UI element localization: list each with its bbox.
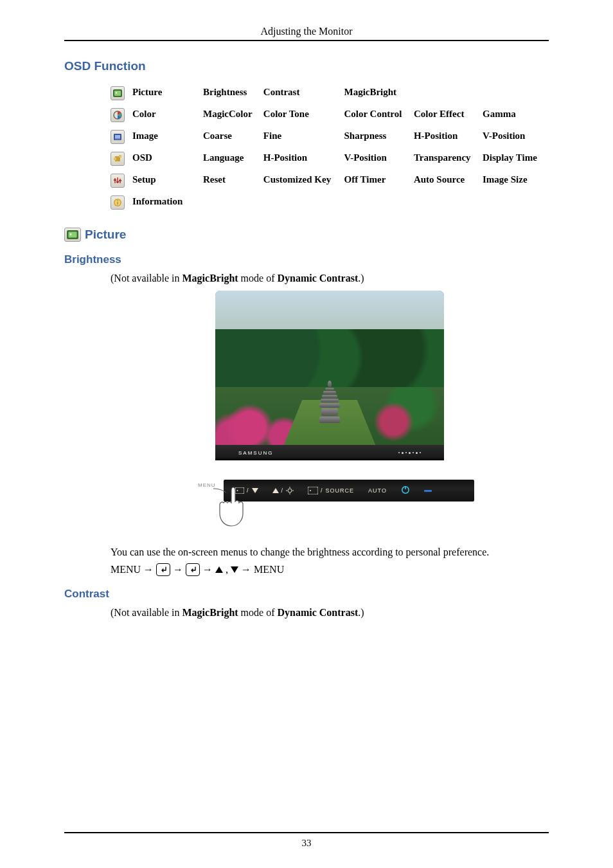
note-dynamic: Dynamic Contrast xyxy=(277,607,358,618)
sample-image: SAMSUNG xyxy=(215,291,444,460)
osd-setup-c1: Reset xyxy=(203,170,263,192)
svg-point-33 xyxy=(310,490,311,491)
svg-rect-18 xyxy=(117,200,118,201)
note-mode-of: mode of xyxy=(238,607,278,618)
note-mode-of: mode of xyxy=(238,273,278,284)
menu-word-1: MENU xyxy=(111,564,141,575)
osd-row-picture: Picture Brightness Contrast MagicBright xyxy=(111,82,549,104)
brightness-note: (Not available in MagicBright mode of Dy… xyxy=(111,273,549,284)
hand-pointer-icon xyxy=(211,486,249,527)
svg-point-2 xyxy=(116,92,117,93)
osd-color-c5: Gamma xyxy=(483,104,549,126)
osd-label-image: Image xyxy=(132,126,203,148)
osd-osd-c4: Transparency xyxy=(414,148,483,170)
picture-heading-icon xyxy=(64,228,81,242)
up-triangle-icon xyxy=(215,564,223,575)
osd-row-color: Color MagicColor Color Tone Color Contro… xyxy=(111,104,549,126)
note-magicbright: MagicBright xyxy=(182,273,238,284)
down-triangle-icon xyxy=(231,564,238,575)
picture-icon xyxy=(111,86,125,100)
osd-color-c1: MagicColor xyxy=(203,104,263,126)
arrow-icon: → xyxy=(173,564,183,575)
osd-picture-c5 xyxy=(483,82,549,104)
osd-icon xyxy=(111,152,125,166)
svg-rect-32 xyxy=(308,487,318,494)
enter-key-icon xyxy=(186,563,200,576)
bezel-brightness-group: / xyxy=(272,487,294,494)
osd-image-c4: H-Position xyxy=(414,126,483,148)
svg-rect-13 xyxy=(114,179,116,181)
osd-row-information: Information xyxy=(111,192,549,213)
osd-row-setup: Setup Reset Customized Key Off Timer Aut… xyxy=(111,170,549,192)
osd-osd-c3: V-Position xyxy=(344,148,413,170)
svg-rect-15 xyxy=(119,180,121,181)
page-number: 33 xyxy=(0,838,613,849)
osd-label-setup: Setup xyxy=(132,170,203,192)
osd-setup-c2: Customized Key xyxy=(263,170,344,192)
note-prefix: (Not available in xyxy=(111,607,182,618)
svg-marker-36 xyxy=(215,566,223,573)
comma: , xyxy=(226,564,228,575)
color-icon xyxy=(111,108,125,122)
svg-rect-8 xyxy=(114,158,116,160)
arrow-icon: → xyxy=(241,564,251,575)
osd-image-c1: Coarse xyxy=(203,126,263,148)
svg-rect-6 xyxy=(115,139,120,140)
osd-osd-c2: H-Position xyxy=(263,148,344,170)
osd-label-color: Color xyxy=(132,104,203,126)
contrast-note: (Not available in MagicBright mode of Dy… xyxy=(111,607,549,619)
osd-setup-c5: Image Size xyxy=(483,170,549,192)
heading-osd-function: OSD Function xyxy=(64,59,549,73)
svg-point-22 xyxy=(70,233,72,235)
samsung-brand-label: SAMSUNG xyxy=(238,450,273,456)
osd-image-c3: Sharpness xyxy=(344,126,413,148)
svg-rect-19 xyxy=(117,202,118,204)
osd-osd-c1: Language xyxy=(203,148,263,170)
enter-key-icon xyxy=(156,563,170,576)
osd-image-c2: Fine xyxy=(263,126,344,148)
svg-rect-21 xyxy=(69,232,77,238)
svg-marker-37 xyxy=(231,566,238,573)
svg-rect-14 xyxy=(116,181,119,183)
note-suffix: .) xyxy=(358,273,364,284)
osd-setup-c3: Off Timer xyxy=(344,170,413,192)
heading-contrast: Contrast xyxy=(64,588,549,601)
image-icon xyxy=(111,130,125,144)
note-magicbright: MagicBright xyxy=(182,607,238,618)
arrow-icon: → xyxy=(143,564,154,575)
information-icon xyxy=(111,195,125,210)
osd-setup-c4: Auto Source xyxy=(414,170,483,192)
setup-icon xyxy=(111,174,125,188)
osd-image-c5: V-Position xyxy=(483,126,549,148)
note-dynamic: Dynamic Contrast xyxy=(277,273,358,284)
heading-brightness: Brightness xyxy=(64,253,549,266)
arrow-icon: → xyxy=(202,564,213,575)
note-prefix: (Not available in xyxy=(111,273,182,284)
page-header-title: Adjusting the Monitor xyxy=(64,26,549,41)
svg-point-27 xyxy=(288,489,292,493)
monitor-bezel-illustration: MENU / / /SOURCE AUTO xyxy=(185,480,474,527)
osd-color-c4: Color Effect xyxy=(414,104,483,126)
osd-label-information: Information xyxy=(132,192,549,213)
bezel-source-label: SOURCE xyxy=(326,487,355,494)
brightness-menu-path: MENU → → → , → MENU xyxy=(111,563,549,576)
osd-label-picture: Picture xyxy=(132,82,203,104)
osd-label-osd: OSD xyxy=(132,148,203,170)
svg-rect-5 xyxy=(115,135,120,138)
osd-picture-c2: Contrast xyxy=(263,82,344,104)
note-suffix: .) xyxy=(358,607,364,618)
footer-divider xyxy=(64,832,549,833)
brightness-description: You can use the on-screen menus to chang… xyxy=(111,547,549,558)
monitor-indicator-dots xyxy=(398,452,421,454)
osd-picture-c1: Brightness xyxy=(203,82,263,104)
osd-picture-c4 xyxy=(414,82,483,104)
power-led xyxy=(424,490,432,492)
svg-marker-26 xyxy=(272,488,279,493)
osd-picture-c3: MagicBright xyxy=(344,82,413,104)
bezel-auto-label: AUTO xyxy=(368,487,387,494)
osd-row-image: Image Coarse Fine Sharpness H-Position V… xyxy=(111,126,549,148)
svg-rect-9 xyxy=(119,155,121,158)
osd-color-c2: Color Tone xyxy=(263,104,344,126)
svg-marker-25 xyxy=(252,488,258,493)
svg-rect-1 xyxy=(114,91,121,96)
